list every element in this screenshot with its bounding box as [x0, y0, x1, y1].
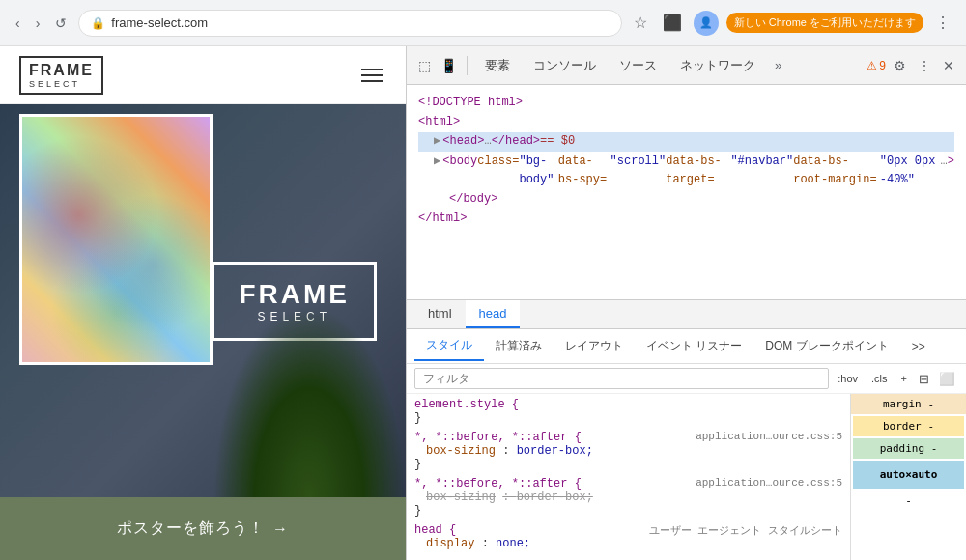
bm-content-area: auto×auto: [853, 461, 964, 489]
tree-line-body[interactable]: ▶ <body class="bg-body" data-bs-spy="scr…: [418, 153, 954, 189]
cast-button[interactable]: ⬛: [659, 10, 686, 36]
hamburger-line: [361, 69, 383, 70]
styles-filter-input[interactable]: [414, 368, 829, 389]
body-open-tag: <body: [442, 153, 477, 171]
rule-source-1: application…ource.css:5: [696, 431, 842, 442]
rule-universal-1: *, *::before, *::after { application…our…: [414, 431, 842, 471]
logo-frame-text: FRAME: [29, 62, 94, 79]
prop-colon-display: :: [482, 537, 496, 550]
hamburger-button[interactable]: [357, 65, 386, 86]
styles-content-area: element.style { } *, *::before, *::after…: [407, 394, 966, 560]
rule-head: head { ユーザー エージェント スタイルシート display : non…: [414, 523, 842, 550]
style-icon-btn2[interactable]: ⬜: [936, 369, 958, 389]
hov-button[interactable]: :hov: [833, 370, 863, 387]
rule-prop-2: box-sizing : border-box;: [426, 490, 842, 504]
tree-line: <!DOCTYPE html>: [418, 94, 954, 112]
rule-selector-text: element.style {: [414, 398, 519, 411]
warning-count: 9: [879, 59, 886, 72]
browser-chrome: ‹ › ↺ 🔒 frame-select.com ☆ ⬛ 👤 新しい Chrom…: [0, 0, 966, 46]
prop-value-display: none;: [496, 537, 530, 550]
tree-arrow-icon[interactable]: ▶: [434, 132, 440, 151]
logo-select-text: SELECT: [29, 79, 80, 89]
site-image-bg: FRAME SELECT: [0, 104, 406, 497]
more-options-icon[interactable]: ⋮: [914, 54, 935, 77]
devtools-bottom: html head スタイル 計算済み レイアウト イベント リスナー DOM …: [407, 299, 966, 560]
bm-margin-dash: -: [927, 398, 934, 410]
bm-padding-area: padding -: [853, 438, 964, 459]
cls-button[interactable]: .cls: [867, 370, 893, 387]
prop-name-1: box-sizing: [426, 444, 496, 458]
body-attr-margin: data-bs-root-margin=: [793, 153, 880, 189]
head-tag: <head>: [442, 132, 484, 151]
profile-avatar[interactable]: 👤: [694, 11, 719, 36]
prop-name-2: box-sizing: [426, 490, 496, 504]
devtools-toolbar: ⬚ 📱 要素 コンソール ソース ネットワーク » ⚠ 9 ⚙ ⋮ ✕: [407, 46, 966, 85]
head-ellipsis: …: [484, 132, 491, 151]
site-header: FRAME SELECT: [0, 46, 406, 104]
cta-arrow-icon: →: [272, 520, 289, 538]
tab-console[interactable]: コンソール: [522, 49, 608, 82]
devtools-device-icon[interactable]: 📱: [437, 54, 461, 77]
tab-network[interactable]: ネットワーク: [668, 49, 767, 82]
bm-content-value: auto×auto: [880, 468, 938, 481]
bm-margin-area: margin -: [851, 394, 966, 414]
refresh-button[interactable]: ↺: [51, 12, 71, 35]
body-attr-class-val: "bg-body": [519, 153, 557, 189]
devtools-cursor-icon[interactable]: ⬚: [414, 54, 435, 77]
close-devtools-icon[interactable]: ✕: [939, 54, 958, 77]
devtools-tabs: 要素 コンソール ソース ネットワーク »: [473, 49, 789, 82]
bookmark-button[interactable]: ☆: [630, 10, 651, 36]
rule-selector-head: head {: [414, 523, 456, 537]
tree-line-body-close: </body>: [418, 190, 954, 209]
styles-filter-row: :hov .cls + ⊟ ⬜: [407, 364, 966, 394]
head-eq: == $0: [540, 132, 575, 151]
body-attr-spy: data-bs-spy=: [558, 153, 611, 189]
more-button[interactable]: ⋮: [931, 10, 954, 36]
site-image: FRAME SELECT: [0, 104, 406, 497]
prop-value-2: border-box;: [517, 490, 593, 504]
cta-text: ポスターを飾ろう！: [117, 518, 265, 539]
tab-sources[interactable]: ソース: [608, 49, 668, 82]
styles-tab-computed[interactable]: 計算済み: [484, 332, 554, 360]
rule-universal-2: *, *::before, *::after { application…our…: [414, 477, 842, 518]
prop-name-display: display: [426, 537, 474, 550]
back-button[interactable]: ‹: [12, 12, 24, 35]
tab-html[interactable]: html: [414, 300, 466, 328]
bm-padding-dash: -: [931, 442, 938, 455]
add-style-button[interactable]: +: [896, 370, 912, 387]
settings-icon[interactable]: ⚙: [890, 54, 910, 77]
bm-border-label: border: [883, 420, 922, 433]
toolbar-separator: [467, 56, 468, 75]
hamburger-line: [361, 74, 383, 76]
bm-margin-label: margin: [883, 398, 922, 410]
tab-elements[interactable]: 要素: [473, 49, 522, 82]
cta-button[interactable]: ポスターを飾ろう！ →: [117, 518, 289, 539]
styles-tab-style[interactable]: スタイル: [414, 331, 484, 361]
rule-source-head: ユーザー エージェント スタイルシート: [649, 523, 842, 538]
tab-head[interactable]: head: [466, 300, 521, 328]
styles-tab-layout[interactable]: レイアウト: [554, 332, 635, 360]
rule-selector-line3: *, *::before, *::after { application…our…: [414, 477, 842, 490]
tabs-more-button[interactable]: »: [767, 54, 789, 76]
box-model-panel: margin - border - padding - auto×au: [850, 394, 966, 560]
body-attr-target-val: "#navbar": [730, 153, 793, 171]
notification-button[interactable]: 新しい Chrome をご利用いただけます: [726, 13, 923, 33]
rule-close-line: }: [414, 411, 842, 425]
styles-tab-dom[interactable]: DOM ブレークポイント: [753, 332, 899, 360]
body-arrow-icon[interactable]: ▶: [434, 153, 440, 171]
bm-border-area: border -: [853, 416, 964, 436]
styles-sub-tabs: スタイル 計算済み レイアウト イベント リスナー DOM ブレークポイント >…: [407, 329, 966, 364]
style-icon-btn1[interactable]: ⊟: [916, 369, 932, 389]
rule-selector-text2: *, *::before, *::after {: [414, 431, 582, 444]
styles-tab-more[interactable]: >>: [900, 334, 937, 359]
html-close-tag: </html>: [418, 210, 467, 228]
styles-tab-events[interactable]: イベント リスナー: [635, 332, 753, 360]
bm-bottom-dash: -: [851, 490, 966, 511]
body-attr-margin-val: "0px 0px -40%": [880, 153, 941, 189]
warning-badge-button[interactable]: ⚠ 9: [867, 59, 886, 72]
lock-icon: 🔒: [91, 16, 105, 30]
site-logo: FRAME SELECT: [19, 56, 103, 95]
tree-line-head[interactable]: ▶ <head> … </head> == $0: [418, 132, 954, 151]
forward-button[interactable]: ›: [32, 12, 44, 35]
styles-rules: element.style { } *, *::before, *::after…: [407, 394, 850, 560]
